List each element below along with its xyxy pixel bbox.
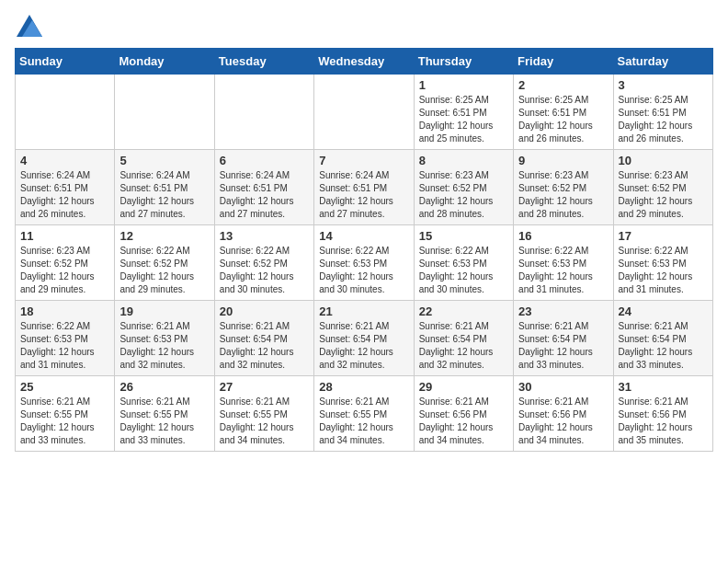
calendar-cell: 16Sunrise: 6:22 AM Sunset: 6:53 PM Dayli… xyxy=(514,225,613,301)
day-header-tuesday: Tuesday xyxy=(214,49,313,75)
calendar-cell: 10Sunrise: 6:23 AM Sunset: 6:52 PM Dayli… xyxy=(613,150,712,225)
calendar-cell: 19Sunrise: 6:21 AM Sunset: 6:53 PM Dayli… xyxy=(115,301,214,376)
day-info: Sunrise: 6:21 AM Sunset: 6:54 PM Dayligh… xyxy=(518,320,608,372)
day-number: 23 xyxy=(518,304,608,318)
day-info: Sunrise: 6:23 AM Sunset: 6:52 PM Dayligh… xyxy=(419,169,508,221)
day-number: 14 xyxy=(319,229,408,243)
day-info: Sunrise: 6:24 AM Sunset: 6:51 PM Dayligh… xyxy=(20,169,109,221)
day-info: Sunrise: 6:24 AM Sunset: 6:51 PM Dayligh… xyxy=(119,169,209,221)
day-header-saturday: Saturday xyxy=(613,49,712,75)
calendar-cell: 15Sunrise: 6:22 AM Sunset: 6:53 PM Dayli… xyxy=(414,225,513,301)
day-number: 29 xyxy=(419,380,508,394)
calendar-header-row: SundayMondayTuesdayWednesdayThursdayFrid… xyxy=(16,49,713,75)
day-info: Sunrise: 6:24 AM Sunset: 6:51 PM Dayligh… xyxy=(319,169,408,221)
day-info: Sunrise: 6:21 AM Sunset: 6:54 PM Dayligh… xyxy=(220,320,309,372)
day-number: 30 xyxy=(518,380,608,394)
calendar-cell: 30Sunrise: 6:21 AM Sunset: 6:56 PM Dayli… xyxy=(514,376,613,452)
day-info: Sunrise: 6:25 AM Sunset: 6:51 PM Dayligh… xyxy=(619,94,708,145)
day-number: 27 xyxy=(220,380,309,394)
day-info: Sunrise: 6:22 AM Sunset: 6:53 PM Dayligh… xyxy=(20,320,109,372)
day-number: 26 xyxy=(119,380,209,394)
calendar-cell: 1Sunrise: 6:25 AM Sunset: 6:51 PM Daylig… xyxy=(414,75,513,150)
calendar-cell: 20Sunrise: 6:21 AM Sunset: 6:54 PM Dayli… xyxy=(214,301,313,376)
calendar-cell: 22Sunrise: 6:21 AM Sunset: 6:54 PM Dayli… xyxy=(414,301,513,376)
calendar-week-3: 11Sunrise: 6:23 AM Sunset: 6:52 PM Dayli… xyxy=(16,225,713,301)
day-number: 19 xyxy=(119,304,209,318)
day-number: 28 xyxy=(319,380,408,394)
day-number: 3 xyxy=(619,78,708,92)
calendar-cell: 25Sunrise: 6:21 AM Sunset: 6:55 PM Dayli… xyxy=(16,376,115,452)
calendar-cell: 4Sunrise: 6:24 AM Sunset: 6:51 PM Daylig… xyxy=(16,150,115,225)
day-header-thursday: Thursday xyxy=(414,49,513,75)
page-header xyxy=(15,15,713,37)
day-number: 8 xyxy=(419,154,508,167)
day-number: 6 xyxy=(220,154,309,167)
day-number: 11 xyxy=(20,229,109,243)
calendar-cell: 9Sunrise: 6:23 AM Sunset: 6:52 PM Daylig… xyxy=(514,150,613,225)
calendar-cell: 26Sunrise: 6:21 AM Sunset: 6:55 PM Dayli… xyxy=(115,376,214,452)
calendar-table: SundayMondayTuesdayWednesdayThursdayFrid… xyxy=(15,48,713,452)
calendar-cell: 23Sunrise: 6:21 AM Sunset: 6:54 PM Dayli… xyxy=(514,301,613,376)
day-info: Sunrise: 6:23 AM Sunset: 6:52 PM Dayligh… xyxy=(619,169,708,221)
day-info: Sunrise: 6:22 AM Sunset: 6:52 PM Dayligh… xyxy=(220,245,309,296)
day-number: 13 xyxy=(220,229,309,243)
calendar-cell xyxy=(115,75,214,150)
calendar-cell xyxy=(314,75,414,150)
calendar-cell: 28Sunrise: 6:21 AM Sunset: 6:55 PM Dayli… xyxy=(314,376,414,452)
day-number: 9 xyxy=(518,154,608,167)
day-info: Sunrise: 6:21 AM Sunset: 6:55 PM Dayligh… xyxy=(220,396,309,447)
calendar-cell: 31Sunrise: 6:21 AM Sunset: 6:56 PM Dayli… xyxy=(613,376,712,452)
day-number: 31 xyxy=(619,380,708,394)
calendar-cell xyxy=(16,75,115,150)
day-number: 12 xyxy=(119,229,209,243)
calendar-cell: 27Sunrise: 6:21 AM Sunset: 6:55 PM Dayli… xyxy=(214,376,313,452)
day-number: 20 xyxy=(220,304,309,318)
day-info: Sunrise: 6:22 AM Sunset: 6:53 PM Dayligh… xyxy=(419,245,508,296)
day-info: Sunrise: 6:21 AM Sunset: 6:56 PM Dayligh… xyxy=(619,396,708,447)
day-info: Sunrise: 6:22 AM Sunset: 6:53 PM Dayligh… xyxy=(319,245,408,296)
day-header-wednesday: Wednesday xyxy=(314,49,414,75)
calendar-cell: 24Sunrise: 6:21 AM Sunset: 6:54 PM Dayli… xyxy=(613,301,712,376)
day-info: Sunrise: 6:21 AM Sunset: 6:55 PM Dayligh… xyxy=(319,396,408,447)
day-info: Sunrise: 6:22 AM Sunset: 6:52 PM Dayligh… xyxy=(119,245,209,296)
day-header-sunday: Sunday xyxy=(16,49,115,75)
calendar-cell: 21Sunrise: 6:21 AM Sunset: 6:54 PM Dayli… xyxy=(314,301,414,376)
day-number: 15 xyxy=(419,229,508,243)
calendar-cell: 11Sunrise: 6:23 AM Sunset: 6:52 PM Dayli… xyxy=(16,225,115,301)
logo-icon xyxy=(17,15,42,37)
calendar-week-5: 25Sunrise: 6:21 AM Sunset: 6:55 PM Dayli… xyxy=(16,376,713,452)
day-number: 4 xyxy=(20,154,109,167)
day-number: 10 xyxy=(619,154,708,167)
calendar-cell: 12Sunrise: 6:22 AM Sunset: 6:52 PM Dayli… xyxy=(115,225,214,301)
day-header-friday: Friday xyxy=(514,49,613,75)
calendar-cell: 7Sunrise: 6:24 AM Sunset: 6:51 PM Daylig… xyxy=(314,150,414,225)
day-number: 1 xyxy=(419,78,508,92)
day-info: Sunrise: 6:25 AM Sunset: 6:51 PM Dayligh… xyxy=(419,94,508,145)
day-number: 5 xyxy=(119,154,209,167)
day-number: 21 xyxy=(319,304,408,318)
calendar-cell: 6Sunrise: 6:24 AM Sunset: 6:51 PM Daylig… xyxy=(214,150,313,225)
calendar-cell: 5Sunrise: 6:24 AM Sunset: 6:51 PM Daylig… xyxy=(115,150,214,225)
day-info: Sunrise: 6:21 AM Sunset: 6:54 PM Dayligh… xyxy=(319,320,408,372)
day-number: 17 xyxy=(619,229,708,243)
day-number: 18 xyxy=(20,304,109,318)
day-info: Sunrise: 6:21 AM Sunset: 6:55 PM Dayligh… xyxy=(20,396,109,447)
day-info: Sunrise: 6:21 AM Sunset: 6:54 PM Dayligh… xyxy=(419,320,508,372)
day-info: Sunrise: 6:22 AM Sunset: 6:53 PM Dayligh… xyxy=(518,245,608,296)
calendar-cell: 17Sunrise: 6:22 AM Sunset: 6:53 PM Dayli… xyxy=(613,225,712,301)
day-info: Sunrise: 6:25 AM Sunset: 6:51 PM Dayligh… xyxy=(518,94,608,145)
calendar-cell: 13Sunrise: 6:22 AM Sunset: 6:52 PM Dayli… xyxy=(214,225,313,301)
day-info: Sunrise: 6:22 AM Sunset: 6:53 PM Dayligh… xyxy=(619,245,708,296)
calendar-week-4: 18Sunrise: 6:22 AM Sunset: 6:53 PM Dayli… xyxy=(16,301,713,376)
logo xyxy=(15,15,42,37)
day-number: 25 xyxy=(20,380,109,394)
calendar-cell xyxy=(214,75,313,150)
calendar-cell: 18Sunrise: 6:22 AM Sunset: 6:53 PM Dayli… xyxy=(16,301,115,376)
calendar-cell: 2Sunrise: 6:25 AM Sunset: 6:51 PM Daylig… xyxy=(514,75,613,150)
day-info: Sunrise: 6:21 AM Sunset: 6:53 PM Dayligh… xyxy=(119,320,209,372)
day-info: Sunrise: 6:21 AM Sunset: 6:55 PM Dayligh… xyxy=(119,396,209,447)
day-info: Sunrise: 6:21 AM Sunset: 6:56 PM Dayligh… xyxy=(419,396,508,447)
day-info: Sunrise: 6:21 AM Sunset: 6:54 PM Dayligh… xyxy=(619,320,708,372)
calendar-cell: 14Sunrise: 6:22 AM Sunset: 6:53 PM Dayli… xyxy=(314,225,414,301)
calendar-cell: 8Sunrise: 6:23 AM Sunset: 6:52 PM Daylig… xyxy=(414,150,513,225)
